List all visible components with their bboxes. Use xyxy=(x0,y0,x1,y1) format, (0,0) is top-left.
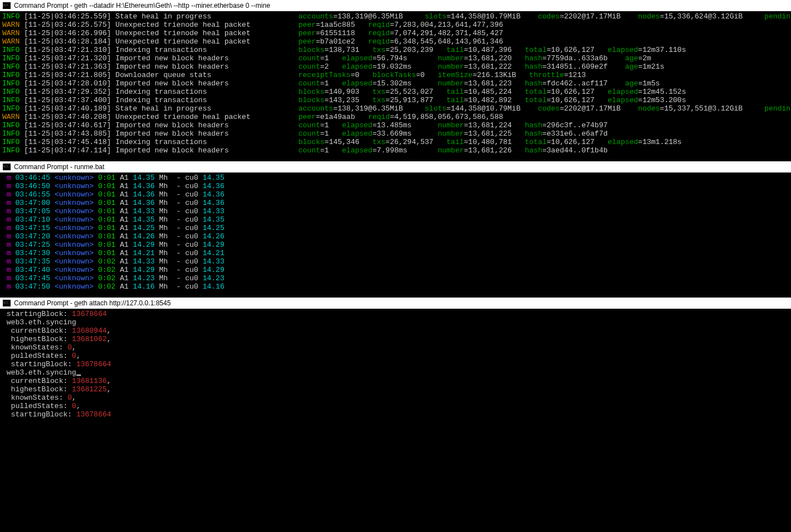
miner-line: m 03:47:05 <unknown> 0:01 A1 14.33 Mh - … xyxy=(2,207,789,215)
window-miner: Command Prompt - runme.bat m 03:46:45 <u… xyxy=(0,161,791,292)
result-key: currentBlock: xyxy=(2,327,72,335)
miner-token: 0:02 xyxy=(98,282,116,291)
log-level: WARN xyxy=(2,113,20,121)
miner-token: Mh xyxy=(155,199,172,207)
miner-token: 03:47:00 xyxy=(15,199,54,207)
miner-token: A1 xyxy=(116,282,133,291)
log-timestamp: [11-25|03:46:25.575] xyxy=(20,21,116,29)
terminal-miner[interactable]: m 03:46:45 <unknown> 0:01 A1 14.35 Mh - … xyxy=(0,172,791,292)
log-value: 1 xyxy=(324,146,342,155)
miner-token: 14.29 xyxy=(203,241,224,249)
log-value: 138,731 xyxy=(329,46,372,54)
log-key: peer xyxy=(299,29,316,37)
equals: = xyxy=(464,146,468,155)
comma: , xyxy=(72,394,76,402)
equals: = xyxy=(638,138,643,146)
miner-token: A1 xyxy=(116,190,133,199)
log-value: 15,337,551@3.12GiB xyxy=(664,104,764,113)
log-level: INFO xyxy=(2,12,20,21)
console-line: highestBlock: 13681225, xyxy=(2,385,789,394)
comma: , xyxy=(76,352,81,360)
log-key: peer xyxy=(299,37,316,46)
log-value: 19.032ms xyxy=(377,63,438,71)
equals: = xyxy=(316,37,320,46)
miner-token: 03:47:10 xyxy=(15,215,54,224)
miner-token: 03:47:15 xyxy=(15,224,54,232)
log-key: tail xyxy=(447,46,464,54)
log-key: txs xyxy=(372,138,385,146)
miner-token: 0:01 xyxy=(98,174,116,182)
log-key: blockTasks xyxy=(372,71,416,79)
equals: = xyxy=(464,54,468,63)
equals: = xyxy=(447,12,451,21)
miner-token: - cu0 xyxy=(172,274,203,282)
log-value: 13,681,223 xyxy=(468,79,525,88)
log-line: INFO [11-25|03:47:28.010] Imported new b… xyxy=(2,79,789,88)
equals: = xyxy=(316,21,320,29)
terminal-geth-attach[interactable]: startingBlock: 13678664 web3.eth.syncing… xyxy=(0,309,791,420)
miner-token: <unknown> xyxy=(55,174,98,182)
log-value: 10,626,127 xyxy=(551,88,607,96)
miner-token: 0:01 xyxy=(98,241,116,249)
log-timestamp: [11-25|03:46:25.559] xyxy=(20,12,116,21)
log-key: peer xyxy=(299,21,316,29)
titlebar-miner[interactable]: Command Prompt - runme.bat xyxy=(0,161,791,172)
console-line: web3.eth.syncing xyxy=(2,368,789,377)
log-line: INFO [11-25|03:47:21.363] Imported new b… xyxy=(2,63,789,71)
result-value: 13681225 xyxy=(72,385,107,394)
miner-token: 03:47:20 xyxy=(15,232,54,241)
log-message: Imported new block headers xyxy=(116,79,299,88)
log-message: Imported new block headers xyxy=(116,130,299,138)
miner-line: m 03:47:35 <unknown> 0:02 A1 14.33 Mh - … xyxy=(2,257,789,266)
miner-token: 14.33 xyxy=(203,257,224,266)
miner-token: 14.33 xyxy=(133,257,155,266)
miner-line: m 03:46:45 <unknown> 0:01 A1 14.35 Mh - … xyxy=(2,174,789,182)
equals: = xyxy=(464,138,468,146)
log-value: b7a01ce2 xyxy=(320,37,368,46)
log-key: reqid xyxy=(368,21,390,29)
console-line: currentBlock: 13680944, xyxy=(2,327,789,335)
miner-token: - cu0 xyxy=(172,249,203,257)
log-value: 7,074,291,482,371,485,427 xyxy=(394,29,525,37)
log-value: 26,294,537 xyxy=(390,138,446,146)
miner-token: Mh xyxy=(155,182,172,190)
miner-line: m 03:47:50 <unknown> 0:02 A1 14.16 Mh - … xyxy=(2,282,789,291)
miner-token: <unknown> xyxy=(55,190,98,199)
log-value: 2 xyxy=(324,63,342,71)
console-line: startingBlock: 13678664 xyxy=(2,410,789,419)
equals: = xyxy=(316,113,320,121)
equals: = xyxy=(333,104,338,113)
result-value: 0 xyxy=(72,352,76,360)
log-value: 10,626,127 xyxy=(551,138,607,146)
log-value: 13,681,224 xyxy=(468,121,525,130)
log-line: INFO [11-25|03:47:43.885] Imported new b… xyxy=(2,130,789,138)
log-timestamp: [11-25|03:47:29.352] xyxy=(20,88,116,96)
miner-token: <unknown> xyxy=(55,249,98,257)
log-value: 138,319@6.35MiB xyxy=(338,104,425,113)
cursor xyxy=(76,375,81,376)
log-key: elapsed xyxy=(608,138,639,146)
cmd-icon xyxy=(3,2,11,9)
miner-token: A1 xyxy=(116,174,133,182)
terminal-geth-node[interactable]: INFO [11-25|03:46:25.559] State heal in … xyxy=(0,11,791,156)
miner-token: <unknown> xyxy=(55,199,98,207)
titlebar-geth-attach[interactable]: Command Prompt - geth attach http://127.… xyxy=(0,298,791,309)
equals: = xyxy=(638,63,643,71)
equals: = xyxy=(447,104,451,113)
log-key: tail xyxy=(447,88,464,96)
log-key: blocks xyxy=(299,46,325,54)
titlebar-geth-node[interactable]: Command Prompt - geth --datadir H:\Ether… xyxy=(0,0,791,11)
log-message: Imported new block headers xyxy=(116,63,299,71)
equals: = xyxy=(546,138,551,146)
miner-token: 14.33 xyxy=(203,207,224,215)
log-line: INFO [11-25|03:47:45.418] Indexing trans… xyxy=(2,138,789,146)
log-key: count xyxy=(299,121,320,130)
log-key: total xyxy=(525,46,546,54)
cmd-icon xyxy=(3,300,11,306)
result-value: 13678664 xyxy=(76,410,111,419)
log-value: 140,903 xyxy=(329,88,372,96)
equals: = xyxy=(324,96,329,104)
log-key: count xyxy=(299,146,320,155)
log-value: 13,681,222 xyxy=(468,63,525,71)
title-text: Command Prompt - runme.bat xyxy=(14,163,104,171)
